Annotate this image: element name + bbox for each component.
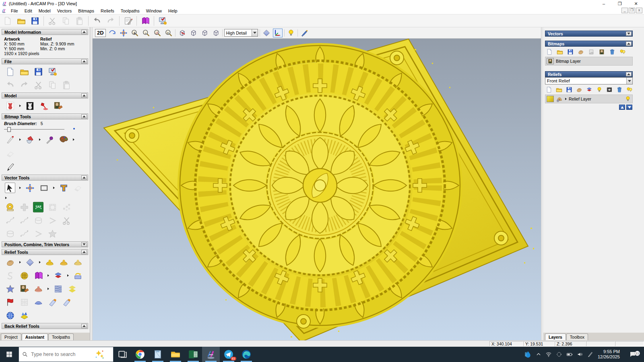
eraser-icon[interactable] <box>5 148 15 159</box>
delete-relief-layer-icon[interactable] <box>616 86 623 93</box>
taskbar-chrome-icon[interactable] <box>131 347 149 362</box>
zoom-out-icon[interactable]: - <box>141 29 151 37</box>
model-check-icon[interactable] <box>157 16 168 26</box>
detail-level-select[interactable]: High Detail <box>224 29 258 37</box>
set-model-size-icon[interactable] <box>5 101 15 111</box>
zoom-previous-icon[interactable]: ↺ <box>153 29 162 37</box>
bitmap-layer-row[interactable]: Bitmap Layer <box>545 57 633 66</box>
flyout-arrow-icon[interactable] <box>39 138 41 141</box>
save-relief-layer-icon[interactable] <box>566 86 572 93</box>
flyout-arrow-icon[interactable] <box>67 274 69 277</box>
colour-shade-icon[interactable] <box>299 29 309 37</box>
turn-relief-icon[interactable] <box>72 270 83 281</box>
back-relief-tools-header[interactable]: Back Relief Tools <box>2 323 88 329</box>
transform-vectors-icon[interactable] <box>25 183 35 193</box>
zoom-extents-icon[interactable]: ✳ <box>164 29 173 37</box>
open-model-icon[interactable] <box>19 66 29 77</box>
undo-icon[interactable] <box>92 16 102 26</box>
detail-dropdown-arrow-icon[interactable] <box>252 29 258 36</box>
window-close-button[interactable]: ✕ <box>628 0 644 7</box>
snap-cross-icon[interactable] <box>19 202 29 212</box>
vector-doctor-icon[interactable] <box>72 183 83 193</box>
create-arc-icon[interactable] <box>47 215 58 226</box>
menu-toolpaths[interactable]: Toolpaths <box>118 8 143 14</box>
view-along-y-icon[interactable] <box>200 29 209 37</box>
trim-vectors-icon[interactable] <box>61 215 72 226</box>
volume-icon[interactable] <box>577 351 583 358</box>
bitmaps-header[interactable]: Bitmaps <box>545 41 633 47</box>
relief-layer-row[interactable]: Relief Layer <box>545 95 633 103</box>
toggle-2d-view-button[interactable]: 2D <box>95 29 106 37</box>
merge-reliefs-icon[interactable] <box>72 257 83 267</box>
draw-relief-icon[interactable] <box>262 29 271 37</box>
taskbar-clock[interactable]: 9:55 PM 12/26/2025 <box>598 349 620 360</box>
relief-visibility-icon[interactable] <box>596 86 603 93</box>
paint-icon[interactable] <box>5 134 15 145</box>
isometric-view-icon[interactable] <box>177 29 187 37</box>
menu-window[interactable]: Window <box>143 8 165 14</box>
paste-icon[interactable] <box>74 16 85 26</box>
text-on-curve-icon[interactable] <box>33 202 43 212</box>
mdi-close-button[interactable]: x <box>636 8 642 13</box>
taskbar-excel-icon[interactable] <box>184 347 202 362</box>
section-icon[interactable] <box>33 228 43 239</box>
collapse-model-information-button[interactable] <box>81 30 87 34</box>
horn-wizard-icon[interactable] <box>33 284 43 294</box>
tab-toolbox[interactable]: Toolbox <box>566 333 588 340</box>
menu-help[interactable]: Help <box>165 8 181 14</box>
window-minimize-button[interactable]: – <box>596 0 612 7</box>
flyout-arrow-icon[interactable] <box>19 261 21 263</box>
invert-model-icon[interactable] <box>25 101 35 111</box>
flyout-arrow-icon[interactable] <box>53 187 55 189</box>
rotate-view-icon[interactable] <box>107 29 117 37</box>
copy-icon[interactable] <box>61 16 71 26</box>
reliefs-header[interactable]: Reliefs <box>545 71 633 77</box>
greyscale-from-relief-icon[interactable] <box>53 101 63 111</box>
move-layer-up-button[interactable] <box>619 105 625 110</box>
open-bitmap-layer-icon[interactable] <box>556 48 563 55</box>
paste-icon[interactable] <box>61 80 72 90</box>
battery-icon[interactable] <box>566 351 573 358</box>
position-combine-trim-header[interactable]: Position, Combine, Trim Vectors <box>2 241 88 247</box>
tray-chevron-icon[interactable] <box>536 352 541 357</box>
taskbar-explorer-icon[interactable] <box>167 347 184 362</box>
texture-relief-icon[interactable] <box>53 284 63 294</box>
collapse-back-relief-tools-button[interactable] <box>81 324 87 328</box>
undo-icon[interactable] <box>5 80 15 90</box>
create-rectangle-icon[interactable] <box>39 183 49 193</box>
fence-distort-icon[interactable] <box>19 297 29 307</box>
shape-editor-icon[interactable] <box>25 257 35 267</box>
move-layer-down-button[interactable] <box>626 105 632 110</box>
draw-icon[interactable] <box>5 162 15 172</box>
flyout-arrow-icon[interactable] <box>47 274 49 277</box>
collapse-relief-tools-button[interactable] <box>81 250 87 254</box>
menu-reliefs[interactable]: Reliefs <box>97 8 118 14</box>
relief-set-select[interactable]: Front Relief <box>545 77 633 84</box>
smooth-polyline-icon[interactable] <box>19 215 29 226</box>
vectors-header[interactable]: Vectors <box>545 31 633 37</box>
copy-icon[interactable] <box>47 80 58 90</box>
tab-assistant[interactable]: Assistant <box>22 333 48 341</box>
file-header[interactable]: File <box>2 58 88 64</box>
model-information-header[interactable]: Model Information <box>2 29 88 35</box>
taskbar-search[interactable] <box>19 347 114 362</box>
save-bitmap-layer-icon[interactable] <box>567 48 574 55</box>
tab-layers[interactable]: Layers <box>545 333 566 341</box>
flyout-arrow-icon[interactable] <box>5 197 7 199</box>
weave-wizard-icon[interactable] <box>19 270 29 281</box>
view-along-x-icon[interactable] <box>188 29 198 37</box>
star-wizard-icon[interactable] <box>5 284 15 294</box>
taskbar-notepad-icon[interactable] <box>149 347 167 362</box>
new-relief-layer-icon[interactable] <box>546 86 552 93</box>
menu-edit[interactable]: Edit <box>21 8 35 14</box>
tab-toolpaths[interactable]: Toolpaths <box>48 333 74 340</box>
sculpt-icon[interactable] <box>5 257 15 267</box>
tab-project[interactable]: Project <box>1 333 21 340</box>
add-mushroom-icon[interactable] <box>58 257 69 267</box>
taskbar-artcam-icon[interactable] <box>202 347 220 362</box>
notes-icon[interactable] <box>123 16 133 26</box>
relief-layer-mode-icon[interactable] <box>556 96 563 103</box>
save-model-icon[interactable] <box>33 66 43 77</box>
relief-stack-icon[interactable] <box>586 86 592 93</box>
dome-relief-icon[interactable] <box>33 297 43 307</box>
